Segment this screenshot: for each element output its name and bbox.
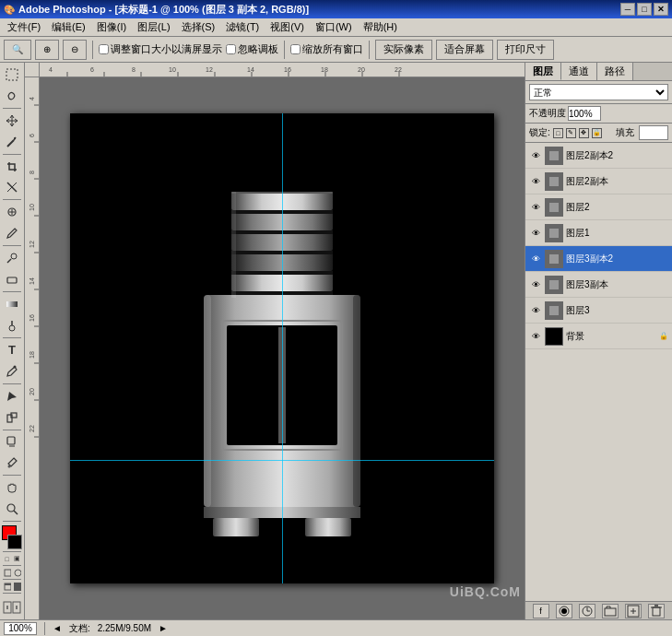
status-nav-prev[interactable]: ◄	[53, 623, 62, 633]
menu-image[interactable]: 图像(I)	[91, 18, 132, 36]
tab-channels[interactable]: 通道	[561, 63, 597, 80]
menu-file[interactable]: 文件(F)	[2, 18, 46, 36]
toolbar-sep-6	[3, 337, 21, 338]
lock-image-button[interactable]: ✎	[566, 128, 576, 138]
standard-screen-button[interactable]	[3, 582, 12, 591]
tool-slice[interactable]	[2, 178, 22, 198]
menu-filter[interactable]: 滤镜(T)	[220, 18, 265, 36]
actual-pixels-button[interactable]: 实际像素	[375, 40, 432, 60]
svg-text:8: 8	[132, 66, 136, 73]
layer-visibility-3[interactable]: 👁	[529, 304, 542, 317]
close-button[interactable]: ✕	[654, 3, 668, 16]
layer-item-3copy[interactable]: 👁 图层3副本	[525, 272, 672, 298]
layer-group-button[interactable]	[602, 604, 619, 618]
tool-type[interactable]: T	[2, 340, 22, 360]
tab-layers[interactable]: 图层	[525, 63, 561, 80]
layer-visibility-3copy2[interactable]: 👁	[529, 253, 542, 265]
layer-visibility-2copy[interactable]: 👁	[529, 175, 542, 188]
menu-edit[interactable]: 编辑(E)	[46, 18, 91, 36]
svg-rect-113	[653, 607, 660, 616]
minimize-button[interactable]: ─	[620, 3, 635, 16]
layer-item-background[interactable]: 👁 背景 🔒	[525, 324, 672, 349]
menu-help[interactable]: 帮助(H)	[358, 18, 403, 36]
tool-eraser[interactable]	[2, 269, 22, 289]
canvas-viewport[interactable]: UiBQ.CoM	[40, 77, 525, 619]
tool-extra-1[interactable]	[3, 568, 12, 577]
fit-screen-button[interactable]: 适合屏幕	[436, 40, 493, 60]
tool-lasso[interactable]	[2, 86, 22, 106]
lock-move-button[interactable]: ✥	[579, 128, 589, 138]
layer-mask-button[interactable]	[556, 604, 572, 618]
print-size-button[interactable]: 打印尺寸	[497, 40, 554, 60]
tool-crop[interactable]	[2, 157, 22, 177]
layer-visibility-3copy[interactable]: 👁	[529, 278, 542, 291]
svg-text:18: 18	[29, 351, 35, 359]
layer-visibility-background[interactable]: 👁	[529, 330, 542, 343]
svg-point-1	[14, 137, 16, 139]
tab-paths[interactable]: 路径	[597, 63, 633, 80]
delete-layer-button[interactable]	[648, 604, 665, 618]
menu-select[interactable]: 选择(S)	[176, 18, 221, 36]
tool-notes[interactable]	[2, 432, 22, 453]
fit-screen-checkbox-label[interactable]: 调整窗口大小以满屏显示	[99, 42, 222, 56]
opacity-input[interactable]	[568, 106, 601, 121]
layer-visibility-2copy2[interactable]: 👁	[529, 149, 542, 162]
quickmask-mode-button[interactable]: ▣	[13, 554, 22, 563]
ignore-palette-checkbox-label[interactable]: 忽略调板	[226, 42, 278, 56]
menu-window[interactable]: 窗口(W)	[310, 18, 358, 36]
zoom-out-button[interactable]: ⊖	[63, 40, 87, 60]
zoom-in-button[interactable]: ⊕	[35, 40, 59, 60]
menu-layer[interactable]: 图层(L)	[132, 18, 175, 36]
layer-item-2copy[interactable]: 👁 图层2副本	[525, 169, 672, 194]
background-color[interactable]	[7, 535, 22, 549]
tool-eyedropper[interactable]	[2, 453, 22, 473]
new-layer-button[interactable]	[625, 604, 642, 618]
tool-pen[interactable]	[2, 361, 22, 382]
ignore-palette-checkbox[interactable]	[226, 44, 236, 54]
tool-path-selection[interactable]	[2, 386, 22, 406]
fullscreen-button[interactable]	[13, 582, 22, 591]
layer-item-3copy2[interactable]: 👁 图层3副本2	[525, 246, 672, 272]
tool-rectangular-marquee[interactable]	[2, 65, 22, 85]
lock-transparent-button[interactable]: □	[553, 128, 563, 138]
zoom-all-checkbox[interactable]	[290, 44, 301, 54]
tool-extra-2[interactable]	[13, 568, 22, 577]
tool-custom-shape[interactable]	[2, 407, 22, 428]
layer-item-2copy2[interactable]: 👁 图层2副本2	[525, 143, 672, 169]
ruler-top: 4 6 8 10 12 14 16 18 20	[25, 63, 525, 77]
tool-zoom[interactable]	[2, 499, 22, 519]
blend-mode-select[interactable]: 正常 溶解 叠加 正片叠底	[529, 84, 668, 100]
adjustment-layer-button[interactable]	[579, 604, 595, 618]
tool-healing[interactable]	[2, 202, 22, 222]
tool-brush[interactable]	[2, 223, 22, 243]
toolbar-sep-11	[3, 551, 21, 552]
status-nav-next[interactable]: ►	[159, 623, 168, 633]
menu-view[interactable]: 视图(V)	[265, 18, 310, 36]
maximize-button[interactable]: □	[637, 3, 652, 16]
jump-to-imageready-button[interactable]	[2, 597, 22, 618]
fit-screen-checkbox[interactable]	[99, 44, 109, 54]
zoom-all-checkbox-label[interactable]: 缩放所有窗口	[290, 42, 363, 56]
lock-all-button[interactable]: 🔒	[592, 128, 602, 138]
layer-visibility-2[interactable]: 👁	[529, 201, 542, 214]
zoom-all-label: 缩放所有窗口	[302, 42, 363, 56]
svg-text:8: 8	[29, 171, 35, 174]
layer-visibility-1[interactable]: 👁	[529, 227, 542, 240]
standard-mode-button[interactable]: □	[3, 554, 12, 563]
tool-magic-wand[interactable]	[2, 132, 22, 152]
layer-item-1[interactable]: 👁 图层1	[525, 220, 672, 246]
tool-dodge[interactable]	[2, 315, 22, 336]
fill-input[interactable]	[639, 125, 668, 140]
svg-rect-69	[231, 192, 333, 194]
mode-toggles: □ ▣	[3, 554, 22, 563]
layer-item-3[interactable]: 👁 图层3	[525, 298, 672, 324]
tool-move[interactable]	[2, 111, 22, 131]
tool-hand[interactable]	[2, 477, 22, 498]
color-swatches[interactable]	[2, 525, 22, 549]
tool-clone[interactable]	[2, 248, 22, 268]
svg-text:10: 10	[29, 204, 35, 211]
tool-gradient[interactable]	[2, 294, 22, 314]
layer-item-2[interactable]: 👁 图层2	[525, 194, 672, 220]
tool-icon-btn[interactable]: 🔍	[4, 40, 31, 60]
layer-styles-button[interactable]: f	[533, 604, 549, 618]
